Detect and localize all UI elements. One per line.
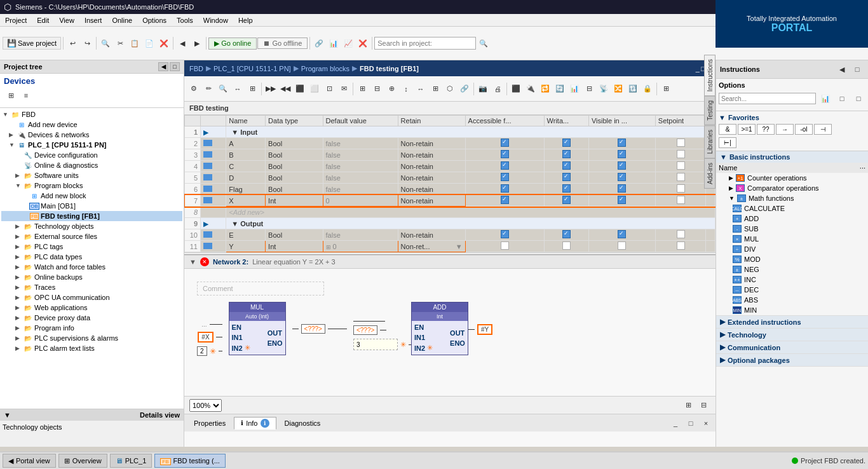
tree-item-plc-alarm-text[interactable]: ▶ 📂 PLC alarm text lists: [1, 343, 182, 353]
fav-unknown[interactable]: ??: [757, 124, 775, 135]
menu-edit[interactable]: Edit: [32, 17, 54, 24]
fbd-tb-btn-26[interactable]: 📊: [567, 82, 581, 96]
network-expand-arrow[interactable]: ▼: [189, 258, 196, 266]
search-input[interactable]: [374, 37, 476, 50]
menu-view[interactable]: View: [54, 17, 79, 24]
taskbar-portal-view[interactable]: ◀ Portal view: [3, 454, 56, 468]
row-visible-Y[interactable]: [588, 241, 655, 252]
fbd-tb-btn-30[interactable]: 🔃: [626, 82, 640, 96]
row-writable-E[interactable]: [544, 229, 588, 241]
menu-tools[interactable]: Tools: [172, 17, 198, 24]
toolbar-btn-1[interactable]: ↩: [65, 36, 79, 50]
fbd-tb-btn-23[interactable]: 🔌: [524, 82, 538, 96]
row-accessible-Y[interactable]: [465, 241, 544, 252]
row-default-B[interactable]: false: [323, 149, 398, 161]
fav-arrow[interactable]: →: [776, 124, 794, 135]
tree-item-program-blocks[interactable]: ▼ 📂 Program blocks: [1, 180, 182, 191]
tree-item-online-backups[interactable]: ▶ 📂 Online backups: [1, 272, 182, 282]
row-visible-C[interactable]: [588, 161, 655, 172]
row-retain-C[interactable]: Non-retain: [398, 161, 465, 172]
inst-view-btn-1[interactable]: 📊: [818, 92, 832, 105]
fbd-tb-btn-31[interactable]: 🔒: [641, 82, 654, 96]
row-visible-A[interactable]: [588, 138, 655, 149]
communication-header[interactable]: ▶ Communication: [716, 341, 868, 353]
go-offline-button[interactable]: ⏹ Go offline: [257, 37, 308, 49]
row-dtype-B[interactable]: Bool: [266, 149, 323, 161]
menu-options[interactable]: Options: [137, 17, 172, 24]
tree-item-technology[interactable]: ▶ 📂 Technology objects: [1, 221, 182, 231]
row-default-X[interactable]: 0: [323, 195, 398, 207]
fbd-tb-btn-32[interactable]: ⊞: [659, 82, 673, 96]
row-writable-X[interactable]: [544, 195, 588, 207]
fbd-tb-btn-14[interactable]: ⊕: [384, 82, 398, 96]
inst-item-min[interactable]: MIN MIN: [716, 305, 868, 315]
tree-item-plc-supervisions[interactable]: ▶ 📂 PLC supervisions & alarms: [1, 333, 182, 343]
bc-item-plc1[interactable]: PLC_1 [CPU 1511-1 PN]: [214, 65, 291, 72]
row-default-E[interactable]: false: [323, 229, 398, 241]
menu-window[interactable]: Window: [198, 17, 233, 24]
bc-item-fbd[interactable]: FBD: [189, 65, 203, 72]
row-retain-Y[interactable]: Non-ret... ▼: [398, 241, 465, 252]
fbd-tb-btn-6[interactable]: ▶▶: [264, 82, 278, 96]
row-dtype-C[interactable]: Bool: [266, 161, 323, 172]
fbd-tb-btn-18[interactable]: ⬡: [443, 82, 457, 96]
fav-and[interactable]: &: [719, 124, 736, 135]
fbd-tb-btn-2[interactable]: ✏: [201, 82, 215, 96]
tree-item-device-config[interactable]: 🔧 Device configuration: [1, 150, 182, 160]
inst-item-mod[interactable]: % MOD: [716, 254, 868, 264]
devices-btn-2[interactable]: ≡: [19, 88, 33, 102]
toolbar-btn-10[interactable]: 🔗: [312, 36, 326, 50]
comment-area[interactable]: Comment: [197, 282, 324, 296]
fbd-tb-btn-17[interactable]: ⊞: [428, 82, 442, 96]
mul-in1-var[interactable]: #X: [198, 332, 213, 343]
row-setpoint-B[interactable]: [655, 149, 706, 161]
tab-properties[interactable]: Properties: [187, 418, 233, 429]
row-dtype-D[interactable]: Bool: [266, 172, 323, 184]
taskbar-overview[interactable]: ⊞ Overview: [58, 454, 107, 468]
row-name-E[interactable]: E: [226, 229, 266, 241]
row-writable-Flag[interactable]: [544, 184, 588, 195]
row-dtype-A[interactable]: Bool: [266, 138, 323, 149]
taskbar-fbd-testing[interactable]: FB FBD testing (...: [154, 454, 226, 468]
row-accessible-E[interactable]: [465, 229, 544, 241]
fav-gte1[interactable]: >=1: [738, 124, 756, 135]
bc-item-prog-blocks[interactable]: Program blocks: [301, 65, 349, 72]
row-default-Y[interactable]: ⊞ 0: [323, 241, 398, 252]
row-name-Y[interactable]: Y: [226, 241, 266, 252]
inst-item-inc[interactable]: ++ INC: [716, 275, 868, 285]
fbd-tb-btn-3[interactable]: 🔍: [216, 82, 230, 96]
row-accessible-A[interactable]: [465, 138, 544, 149]
taskbar-plc1[interactable]: 🖥 PLC_1: [110, 454, 153, 468]
tree-item-plc1[interactable]: ▼ 🖥 PLC_1 [CPU 1511-1 PN]: [1, 140, 182, 150]
menu-insert[interactable]: Insert: [79, 17, 107, 24]
save-project-button[interactable]: 💾 Save project: [3, 37, 61, 50]
toolbar-btn-6[interactable]: 📄: [142, 36, 156, 50]
fbd-tb-btn-24[interactable]: 🔁: [538, 82, 552, 96]
inst-item-neg[interactable]: ± NEG: [716, 264, 868, 275]
row-default-D[interactable]: false: [323, 172, 398, 184]
row-accessible-Flag[interactable]: [465, 184, 544, 195]
fbd-tb-btn-19[interactable]: 🔗: [458, 82, 471, 96]
row-setpoint-X[interactable]: [655, 195, 706, 207]
row-accessible-D[interactable]: [465, 172, 544, 184]
fbd-tb-btn-1[interactable]: ⚙: [187, 82, 201, 96]
row-name-Flag[interactable]: Flag: [226, 184, 266, 195]
row-accessible-C[interactable]: [465, 161, 544, 172]
row-addnew[interactable]: <Add new>: [226, 207, 715, 218]
toolbar-btn-11[interactable]: 📊: [327, 36, 341, 50]
row-name-D[interactable]: D: [226, 172, 266, 184]
fbd-tb-btn-28[interactable]: 📡: [597, 82, 611, 96]
row-visible-D[interactable]: [588, 172, 655, 184]
fbd-tb-btn-9[interactable]: ⬜: [308, 82, 322, 96]
fbd-tb-btn-20[interactable]: 📷: [476, 82, 490, 96]
add-in1-unknown[interactable]: <???>: [353, 325, 377, 335]
row-dtype-Y[interactable]: Int: [266, 241, 323, 252]
row-retain-B[interactable]: Non-retain: [398, 149, 465, 161]
extended-instructions-header[interactable]: ▶ Extended instructions: [716, 316, 868, 328]
row-visible-B[interactable]: [588, 149, 655, 161]
toolbar-btn-5[interactable]: 📋: [128, 36, 142, 50]
tree-item-fbd[interactable]: ▼ 📁 FBD: [1, 109, 182, 119]
tree-item-device-proxy[interactable]: ▶ 📂 Device proxy data: [1, 313, 182, 323]
fbd-tb-btn-13[interactable]: ⊟: [370, 82, 384, 96]
row-setpoint-Flag[interactable]: [655, 184, 706, 195]
